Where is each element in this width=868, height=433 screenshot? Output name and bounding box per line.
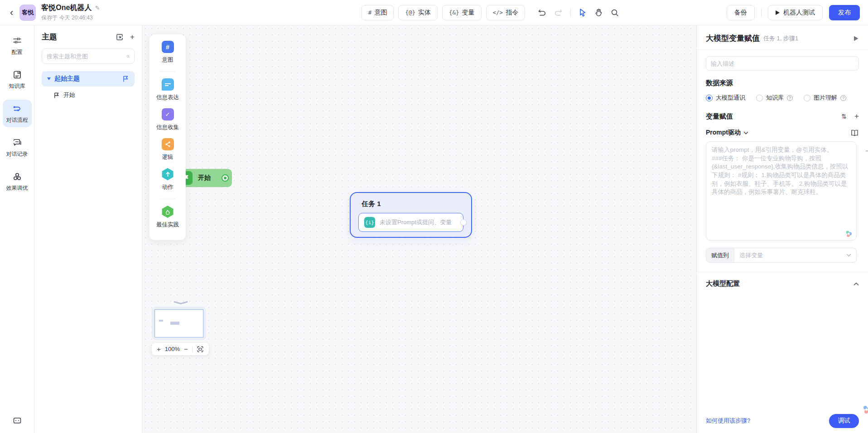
topic-group-start[interactable]: 起始主题: [42, 71, 135, 87]
backup-button[interactable]: 备份: [727, 5, 755, 20]
caret-down-icon[interactable]: [47, 77, 51, 80]
edit-title-icon[interactable]: ✎: [95, 5, 100, 11]
topic-panel-title: 主题: [42, 32, 57, 42]
minimap-viewport: [154, 309, 203, 337]
add-assignment-icon[interactable]: +: [854, 112, 859, 121]
radio-on-icon: [706, 95, 713, 101]
help-circle-icon[interactable]: ?: [840, 95, 846, 101]
palette-item-action[interactable]: 动作: [162, 168, 174, 191]
topic-item-start[interactable]: 开始: [42, 87, 135, 99]
palette-item-logic[interactable]: 逻辑: [162, 138, 174, 161]
node-palette: # 意图 信息表达 ✓ 信息收集 逻辑 动作: [149, 34, 186, 240]
collect-check-icon: ✓: [162, 108, 174, 120]
sidebar-item-dialog-records[interactable]: 对话记录: [3, 134, 32, 161]
command-button[interactable]: </> 指令: [486, 5, 526, 20]
topic-search-input[interactable]: [47, 53, 126, 60]
prompt-mode-label: Prompt驱动: [706, 129, 741, 137]
chevron-down-icon: [846, 254, 851, 257]
assign-to-select[interactable]: 赋值到 选择变量: [706, 248, 857, 263]
back-icon[interactable]: ‹: [9, 8, 14, 18]
palette-divider: [160, 199, 175, 199]
debug-button[interactable]: 调试: [829, 414, 859, 428]
redo-icon[interactable]: [554, 8, 563, 17]
task-step[interactable]: {i} 未设置Prompt或提问、变量: [358, 213, 463, 232]
inspector-title: 大模型变量赋值: [706, 33, 760, 43]
top-header: ‹ 客悦 客悦One机器人 ✎ 保存于 今天 20:46:43 # 意图 {@}…: [0, 0, 868, 25]
palette-item-best-practice[interactable]: 最佳实践: [156, 206, 179, 229]
topic-search[interactable]: [42, 48, 135, 64]
left-nav-rail: 配置 知识库 对话流程 对话记录 效果调优: [0, 25, 34, 433]
flow-canvas[interactable]: 开始 任务 1 {i} 未设置Prompt或提问、变量 # 意图 信息表达 ✓ …: [142, 25, 696, 433]
sidebar-item-dialog-flow[interactable]: 对话流程: [3, 100, 32, 127]
data-source-label: 数据来源: [706, 79, 859, 87]
variable-braces-icon: {&}: [449, 9, 459, 16]
branch-icon: [162, 138, 174, 150]
ai-assistant-icon[interactable]: [862, 405, 868, 415]
sidebar-item-config[interactable]: 配置: [3, 32, 32, 59]
radio-llm-knowledge[interactable]: 大模型通识: [706, 94, 745, 102]
intent-button[interactable]: # 意图: [362, 5, 394, 20]
sidebar-item-knowledge[interactable]: 知识库: [3, 66, 32, 93]
play-icon: [776, 10, 780, 15]
import-topic-icon[interactable]: [116, 33, 124, 41]
inspector-footer: 如何使用该步骤? 调试: [697, 409, 868, 433]
search-icon: [126, 53, 130, 60]
task-node-title: 任务 1: [362, 200, 471, 208]
action-arrow-icon: [162, 168, 174, 180]
pan-hand-icon[interactable]: [594, 8, 603, 17]
add-topic-icon[interactable]: +: [130, 33, 135, 42]
select-cursor-icon[interactable]: [579, 8, 587, 17]
topic-panel: 主题 + 起始主题 开始: [34, 25, 142, 433]
toolbar-divider: [570, 8, 571, 17]
collapse-minimap-icon[interactable]: [173, 301, 188, 305]
entity-braces-icon: {@}: [405, 9, 415, 16]
radio-knowledge-base[interactable]: 知识库 ?: [756, 94, 793, 102]
flag-icon: [122, 75, 129, 82]
sort-icon[interactable]: ⇅: [841, 113, 847, 120]
description-input[interactable]: [706, 56, 859, 71]
radio-image-understanding[interactable]: 图片理解 ?: [804, 94, 846, 102]
radio-off-icon: [756, 95, 763, 101]
code-icon: </>: [493, 9, 503, 16]
zoom-in-icon[interactable]: +: [157, 346, 161, 352]
step-inspector: 大模型变量赋值 任务 1, 步骤1 数据来源 大模型通识 知识库 ? 图片理解 …: [696, 25, 868, 433]
fit-view-icon[interactable]: [197, 346, 204, 353]
step-output-port[interactable]: [460, 219, 467, 226]
task-node[interactable]: 任务 1 {i} 未设置Prompt或提问、变量: [350, 192, 472, 238]
how-to-use-link[interactable]: 如何使用该步骤?: [706, 417, 750, 425]
ai-generate-icon[interactable]: [845, 230, 853, 238]
palette-item-express[interactable]: 信息表达: [156, 78, 179, 101]
minimap[interactable]: [152, 307, 206, 340]
run-step-icon[interactable]: [853, 35, 859, 42]
palette-item-collect[interactable]: ✓ 信息收集: [156, 108, 179, 131]
flow-icon: [12, 103, 23, 114]
palette-item-intent[interactable]: # 意图: [162, 41, 174, 64]
help-circle-icon[interactable]: ?: [787, 95, 793, 101]
inspector-subtitle: 任务 1, 步骤1: [763, 34, 798, 43]
robot-test-button[interactable]: 机器人测试: [768, 5, 823, 20]
cluster-icon: [12, 171, 23, 182]
bot-avatar: 客悦: [19, 5, 36, 21]
thumbs-up-icon: [162, 206, 174, 218]
search-canvas-icon[interactable]: [611, 9, 619, 17]
support-icon[interactable]: [12, 416, 22, 426]
assign-to-label: 赋值到: [706, 248, 734, 262]
entity-button[interactable]: {@} 实体: [398, 5, 438, 20]
chat-history-icon: [12, 137, 23, 148]
notebook-icon: [12, 69, 23, 80]
chevron-down-icon[interactable]: [743, 131, 748, 135]
prompt-library-icon[interactable]: [850, 129, 859, 137]
undo-icon[interactable]: [538, 8, 546, 17]
zoom-out-icon[interactable]: −: [184, 346, 188, 352]
sliders-icon: [12, 35, 23, 46]
chevron-up-icon: [854, 282, 859, 286]
header-divider: [761, 8, 762, 17]
publish-button[interactable]: 发布: [829, 5, 860, 20]
prompt-textarea[interactable]: [706, 141, 857, 241]
model-config-toggle[interactable]: 大模型配置: [706, 272, 859, 295]
variable-button[interactable]: {&} 变量: [442, 5, 482, 20]
sidebar-item-tuning[interactable]: 效果调优: [3, 168, 32, 195]
flag-icon: [53, 92, 60, 99]
output-port[interactable]: [222, 174, 229, 182]
remove-assignment-icon[interactable]: −: [865, 147, 868, 156]
